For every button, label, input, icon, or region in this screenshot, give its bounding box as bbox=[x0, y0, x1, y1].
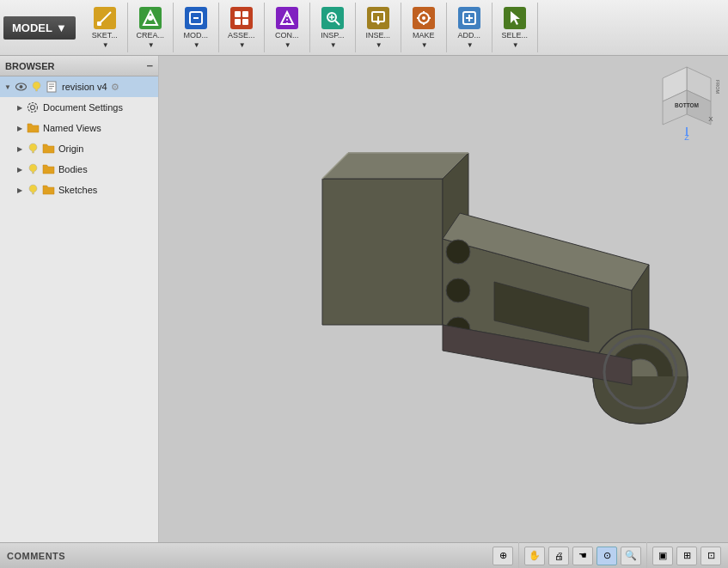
add-comment-icon: ⊕ bbox=[499, 550, 507, 561]
construct-button[interactable]: CON...▼ bbox=[268, 4, 306, 51]
settings-icon[interactable]: ⚙ bbox=[111, 82, 119, 93]
tree-item-doc-settings[interactable]: Document Settings bbox=[0, 97, 158, 118]
lightbulb-icon bbox=[29, 80, 43, 94]
sketch-icon bbox=[93, 7, 117, 29]
assemble-label: ASSE... bbox=[228, 31, 255, 40]
inspect-label: INSP... bbox=[321, 31, 344, 40]
svg-rect-6 bbox=[235, 11, 241, 17]
svg-line-13 bbox=[335, 21, 340, 25]
svg-text:BOTTOM: BOTTOM bbox=[675, 102, 699, 108]
make-button[interactable]: MAKE▼ bbox=[405, 4, 443, 51]
tree-arrow-named-views[interactable] bbox=[14, 122, 26, 134]
document-icon bbox=[45, 80, 58, 94]
tree-item-sketches[interactable]: Sketches bbox=[0, 180, 158, 200]
gear-icon bbox=[26, 101, 40, 114]
bodies-folder-icon bbox=[41, 162, 55, 176]
svg-point-30 bbox=[19, 85, 22, 89]
add-comment-button[interactable]: ⊕ bbox=[492, 547, 513, 565]
svg-point-36 bbox=[28, 103, 38, 113]
display1-button[interactable]: ▣ bbox=[652, 547, 673, 565]
zoom-button[interactable]: 🔍 bbox=[621, 547, 641, 565]
assemble-button[interactable]: ASSE...▼ bbox=[223, 4, 260, 51]
create-group: CREA...▼ bbox=[128, 3, 174, 52]
tree-arrow-root[interactable] bbox=[2, 81, 14, 93]
construct-group: CON...▼ bbox=[265, 3, 310, 52]
sketch-label: SKET... bbox=[92, 31, 118, 40]
svg-point-55 bbox=[446, 240, 470, 264]
create-button[interactable]: CREA...▼ bbox=[132, 4, 169, 51]
tree-arrow-sketches[interactable] bbox=[14, 184, 26, 196]
make-label: MAKE bbox=[413, 31, 435, 40]
modify-icon bbox=[184, 7, 208, 29]
svg-point-56 bbox=[446, 278, 470, 302]
select-button[interactable]: SELE...▼ bbox=[496, 4, 534, 51]
construct-label: CON... bbox=[275, 31, 299, 40]
viewport[interactable]: BOTTOM Z X FROM bbox=[159, 56, 728, 542]
insert-icon bbox=[366, 7, 390, 29]
comments-label: COMMENTS bbox=[7, 551, 65, 561]
statusbar-tools: ⊕ ✋ 🖨 ☚ ⊙ 🔍 ▣ ⊞ ⊡ bbox=[492, 539, 721, 569]
tree-item-bodies-label: Bodies bbox=[58, 164, 88, 174]
toolbar: MODEL ▼ SKET...▼ CREA...▼ bbox=[0, 0, 728, 56]
tree-item-origin-label: Origin bbox=[58, 144, 83, 154]
browser-collapse-button[interactable]: − bbox=[146, 59, 153, 72]
sketch-group: SKET...▼ bbox=[83, 3, 128, 52]
separator bbox=[518, 539, 519, 569]
3d-part bbox=[271, 119, 718, 479]
tree-arrow-doc-settings[interactable] bbox=[14, 101, 26, 113]
modify-button[interactable]: MOD...▼ bbox=[177, 4, 215, 51]
svg-marker-28 bbox=[511, 11, 520, 25]
svg-point-35 bbox=[31, 106, 35, 110]
sketch-button[interactable]: SKET...▼ bbox=[86, 4, 124, 51]
create-label: CREA... bbox=[137, 31, 165, 40]
svg-point-3 bbox=[148, 15, 153, 21]
make-group: MAKE▼ bbox=[401, 3, 447, 52]
sketches-folder-icon bbox=[41, 183, 55, 197]
insert-button[interactable]: INSE...▼ bbox=[359, 4, 397, 51]
zoom-icon: 🔍 bbox=[625, 550, 637, 561]
print-button[interactable]: 🖨 bbox=[548, 547, 569, 565]
tree-item-named-views-label: Named Views bbox=[43, 123, 101, 133]
orbit-button[interactable]: ⊙ bbox=[596, 547, 617, 565]
tree-item-named-views[interactable]: Named Views bbox=[0, 118, 158, 138]
add-icon bbox=[457, 7, 481, 29]
svg-marker-18 bbox=[376, 21, 381, 25]
tree-arrow-origin[interactable] bbox=[14, 143, 26, 155]
named-views-folder-icon bbox=[26, 121, 40, 135]
main-area: BROWSER − revision v4 ⚙ bbox=[0, 56, 728, 542]
pan-tool-button[interactable]: ✋ bbox=[524, 547, 545, 565]
inspect-button[interactable]: INSP...▼ bbox=[314, 4, 352, 51]
hand-button[interactable]: ☚ bbox=[572, 547, 593, 565]
hand-icon: ☚ bbox=[578, 550, 587, 561]
make-icon bbox=[412, 7, 436, 29]
display2-button[interactable]: ⊡ bbox=[700, 547, 721, 565]
assemble-icon bbox=[229, 7, 254, 29]
model-menu-button[interactable]: MODEL ▼ bbox=[3, 16, 76, 40]
svg-marker-10 bbox=[281, 12, 293, 24]
tree-item-doc-settings-label: Document Settings bbox=[43, 102, 123, 113]
modify-group: MOD...▼ bbox=[174, 3, 219, 52]
tree-item-origin[interactable]: Origin bbox=[0, 138, 158, 159]
construct-icon bbox=[275, 7, 299, 29]
statusbar: COMMENTS ⊕ ✋ 🖨 ☚ ⊙ 🔍 ▣ ⊞ ⊡ bbox=[0, 542, 728, 568]
display1-icon: ▣ bbox=[658, 550, 667, 561]
add-label: ADD... bbox=[458, 31, 481, 40]
select-group: SELE...▼ bbox=[492, 3, 538, 52]
tree-item-root[interactable]: revision v4 ⚙ bbox=[0, 76, 158, 97]
tree-item-bodies[interactable]: Bodies bbox=[0, 159, 158, 180]
inspect-group: INSP...▼ bbox=[310, 3, 356, 52]
browser-panel: BROWSER − revision v4 ⚙ bbox=[0, 56, 159, 542]
tree-arrow-bodies[interactable] bbox=[14, 163, 26, 175]
separator-2 bbox=[646, 539, 647, 569]
modify-label: MOD... bbox=[184, 31, 209, 40]
insert-group: INSE...▼ bbox=[356, 3, 401, 52]
model-dropdown-arrow: ▼ bbox=[56, 21, 67, 34]
origin-folder-icon bbox=[41, 142, 55, 156]
browser-title: BROWSER bbox=[5, 61, 54, 71]
svg-rect-7 bbox=[242, 11, 248, 17]
tree-item-sketches-label: Sketches bbox=[58, 185, 97, 195]
grid-button[interactable]: ⊞ bbox=[676, 547, 697, 565]
svg-text:FROM: FROM bbox=[715, 80, 720, 95]
display2-icon: ⊡ bbox=[707, 550, 715, 561]
add-button[interactable]: ADD...▼ bbox=[450, 4, 488, 51]
